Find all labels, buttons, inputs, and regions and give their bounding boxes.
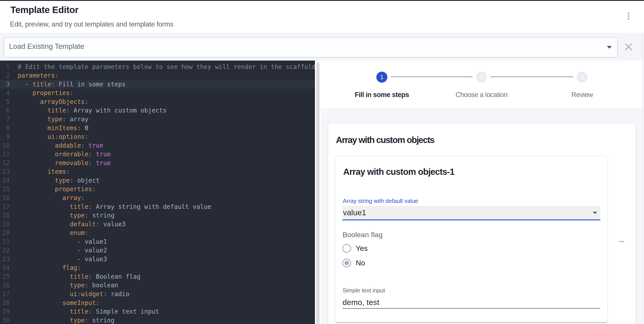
code-text: flag: xyxy=(18,263,81,272)
select-field-value: value1 xyxy=(343,206,366,219)
code-line-4[interactable]: 4 properties: xyxy=(0,89,315,98)
code-line-24[interactable]: 24 flag: xyxy=(0,263,315,272)
close-button[interactable] xyxy=(624,43,632,51)
template-toolbar: Load Existing Template xyxy=(0,33,644,61)
code-text: type: array xyxy=(18,115,88,124)
load-select-placeholder: Load Existing Template xyxy=(9,38,84,57)
step-circle-2[interactable]: 2 xyxy=(476,72,487,83)
code-text: items: xyxy=(18,167,70,176)
line-number: 14 xyxy=(0,176,10,185)
line-number: 24 xyxy=(0,263,10,272)
code-line-6[interactable]: 6 title: Array with custom objects xyxy=(0,106,315,115)
line-number: 30 xyxy=(0,316,10,324)
array-item-title: Array with custom objects-1 xyxy=(343,167,454,177)
code-editor[interactable]: 1# Edit the template parameters below to… xyxy=(0,61,315,324)
right-scrollbar-strip xyxy=(643,33,644,324)
radio-option-label: No xyxy=(356,259,365,267)
radio-checked-icon xyxy=(342,259,351,267)
line-number: 28 xyxy=(0,298,10,307)
array-item-card: Array with custom objects-1 Array string… xyxy=(335,156,608,322)
line-number: 13 xyxy=(0,167,10,176)
code-line-16[interactable]: 16 array: xyxy=(0,194,315,202)
code-text: arrayObjects: xyxy=(18,98,88,106)
code-line-14[interactable]: 14 type: object xyxy=(0,176,315,185)
text-field-underline xyxy=(342,308,600,309)
code-line-27[interactable]: 27 ui:widget: radio xyxy=(0,290,315,298)
line-number: 12 xyxy=(0,159,10,168)
code-line-26[interactable]: 26 type: boolean xyxy=(0,281,315,290)
code-text: someInput: xyxy=(18,298,100,307)
form-panel: Array with custom objects Array with cus… xyxy=(328,124,636,324)
code-line-18[interactable]: 18 type: string xyxy=(0,211,315,220)
kebab-menu-icon xyxy=(628,13,630,14)
line-number: 25 xyxy=(0,272,10,281)
code-text: # Edit the template parameters below to … xyxy=(18,63,315,71)
line-number: 23 xyxy=(0,255,10,264)
code-line-7[interactable]: 7 type: array xyxy=(0,115,315,124)
line-number: 22 xyxy=(0,246,10,255)
line-number: 18 xyxy=(0,211,10,220)
form-section-title: Array with custom objects xyxy=(336,135,434,145)
step-label-2: Choose a location xyxy=(426,91,537,99)
form-preview-section: 1Fill in some steps2Choose a location3Re… xyxy=(321,61,644,324)
code-text: type: string xyxy=(18,316,114,324)
code-text: minItems: 0 xyxy=(18,124,88,133)
code-line-30[interactable]: 30 type: string xyxy=(0,316,315,324)
code-line-23[interactable]: 23 - value3 xyxy=(0,255,315,264)
code-text: ui:widget: radio xyxy=(18,290,130,298)
code-line-19[interactable]: 19 default: value3 xyxy=(0,220,315,229)
code-line-13[interactable]: 13 items: xyxy=(0,167,315,176)
line-number: 26 xyxy=(0,281,10,290)
step-circle-3[interactable]: 3 xyxy=(577,72,588,83)
line-number: 5 xyxy=(0,98,10,106)
code-line-9[interactable]: 9 ui:options: xyxy=(0,132,315,141)
remove-item-button[interactable] xyxy=(616,236,627,247)
code-line-1[interactable]: 1# Edit the template parameters below to… xyxy=(0,63,315,71)
more-options-button[interactable] xyxy=(623,11,634,22)
text-field-value[interactable]: demo, test xyxy=(342,298,379,307)
code-text: enum: xyxy=(18,228,88,237)
code-text: array: xyxy=(18,194,84,202)
code-text: - value3 xyxy=(18,255,107,264)
code-line-29[interactable]: 29 title: Simple text input xyxy=(0,307,315,316)
code-line-10[interactable]: 10 addable: true xyxy=(0,141,315,150)
code-line-12[interactable]: 12 removable: true xyxy=(0,159,315,168)
code-line-5[interactable]: 5 arrayObjects: xyxy=(0,98,315,106)
code-line-11[interactable]: 11 orderable: true xyxy=(0,150,315,159)
code-line-2[interactable]: 2parameters: xyxy=(0,71,315,80)
line-number: 15 xyxy=(0,185,10,194)
code-line-20[interactable]: 20 enum: xyxy=(0,228,315,237)
code-text: - title: Fill in some steps xyxy=(18,80,126,89)
code-line-28[interactable]: 28 someInput: xyxy=(0,298,315,307)
code-line-22[interactable]: 22 - value2 xyxy=(0,246,315,255)
code-line-25[interactable]: 25 title: Boolean flag xyxy=(0,272,315,281)
code-line-15[interactable]: 15 properties: xyxy=(0,185,315,194)
line-number: 27 xyxy=(0,290,10,298)
line-number: 7 xyxy=(0,115,10,124)
page-header: Template Editor Edit, preview, and try o… xyxy=(0,1,644,33)
line-number: 19 xyxy=(0,220,10,229)
line-number: 3 xyxy=(0,80,10,89)
code-line-3[interactable]: 3 - title: Fill in some steps xyxy=(0,80,315,89)
stepper: 1Fill in some steps2Choose a location3Re… xyxy=(321,61,644,108)
page-title: Template Editor xyxy=(10,5,78,15)
step-circle-1[interactable]: 1 xyxy=(376,72,387,83)
line-number: 9 xyxy=(0,132,10,141)
code-text: properties: xyxy=(18,185,96,194)
code-line-21[interactable]: 21 - value1 xyxy=(0,237,315,246)
select-field[interactable]: value1 xyxy=(342,206,600,219)
code-text: title: Simple text input xyxy=(18,307,159,316)
editor-scrollbar-track xyxy=(315,61,321,324)
line-number: 16 xyxy=(0,194,10,202)
radio-option-label: Yes xyxy=(356,244,368,253)
code-line-17[interactable]: 17 title: Array string with default valu… xyxy=(0,202,315,211)
load-existing-template-select[interactable]: Load Existing Template xyxy=(4,37,618,58)
code-text: title: Array string with default value xyxy=(18,202,211,211)
code-text: properties: xyxy=(18,89,74,98)
step-connector xyxy=(490,77,573,77)
code-text: addable: true xyxy=(18,141,103,150)
code-line-8[interactable]: 8 minItems: 0 xyxy=(0,124,315,133)
code-text: orderable: true xyxy=(18,150,111,159)
line-number: 29 xyxy=(0,307,10,316)
editor-scrollbar-thumb[interactable] xyxy=(316,62,320,324)
